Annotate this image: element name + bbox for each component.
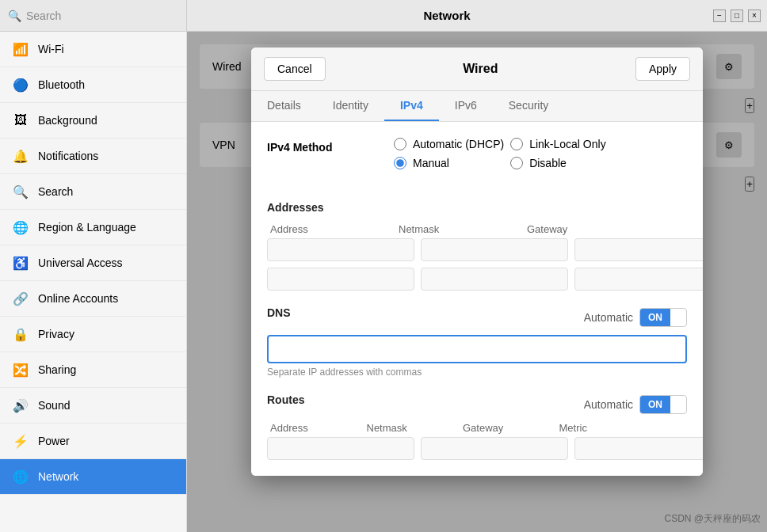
radio-label-manual: Manual bbox=[413, 157, 449, 169]
dialog-title: Wired bbox=[463, 62, 498, 76]
sidebar-item-online-accounts[interactable]: 🔗 Online Accounts bbox=[0, 281, 186, 317]
radio-option-disable[interactable]: Disable bbox=[510, 157, 620, 169]
titlebar-title: Network bbox=[187, 9, 707, 22]
sidebar-item-sharing[interactable]: 🔀 Sharing bbox=[0, 352, 186, 388]
netmask-2-input[interactable] bbox=[421, 268, 568, 291]
addr-col-address: Address bbox=[270, 223, 392, 235]
routes-toggle-container: Automatic ON bbox=[584, 395, 687, 414]
routes-toggle-on: ON bbox=[640, 396, 670, 413]
routes-col-address: Address bbox=[270, 422, 361, 434]
addr-col-netmask: Netmask bbox=[399, 223, 521, 235]
dns-toggle-on: ON bbox=[640, 309, 670, 326]
addr-col-gateway: Gateway bbox=[527, 223, 649, 235]
address-row-1: ✕ bbox=[267, 238, 687, 261]
sidebar-item-privacy[interactable]: 🔒 Privacy bbox=[0, 317, 186, 352]
tab-ipv4[interactable]: IPv4 bbox=[384, 91, 439, 121]
sound-icon: 🔊 bbox=[13, 397, 29, 413]
dns-toggle-off bbox=[670, 314, 686, 321]
routes-auto-label: Automatic bbox=[584, 398, 633, 411]
radio-automatic-dhcp[interactable] bbox=[394, 138, 406, 150]
routes-col-netmask: Netmask bbox=[367, 422, 457, 434]
routes-row-1: ✕ bbox=[267, 437, 687, 460]
sidebar-item-wifi[interactable]: 📶 Wi-Fi bbox=[0, 32, 186, 67]
wired-dialog: Cancel Wired Apply DetailsIdentityIPv4IP… bbox=[251, 48, 703, 476]
close-button[interactable]: × bbox=[748, 10, 761, 22]
routes-address-input[interactable] bbox=[267, 437, 414, 460]
sidebar-item-notifications[interactable]: 🔔 Notifications bbox=[0, 139, 186, 174]
dns-toggle-container: Automatic ON bbox=[584, 308, 687, 327]
sidebar-item-label-background: Background bbox=[38, 114, 97, 127]
sidebar-item-universal[interactable]: ♿ Universal Access bbox=[0, 245, 186, 281]
address-1-input[interactable] bbox=[267, 238, 414, 261]
sidebar-item-background[interactable]: 🖼 Background bbox=[0, 103, 186, 139]
apply-button[interactable]: Apply bbox=[635, 57, 690, 81]
address-row-2: ✕ bbox=[267, 268, 687, 291]
addresses-label: Addresses bbox=[267, 201, 687, 214]
routes-col-gateway: Gateway bbox=[463, 422, 553, 434]
sidebar-item-label-universal: Universal Access bbox=[38, 256, 123, 269]
tab-details[interactable]: Details bbox=[251, 91, 317, 121]
window-controls: − □ × bbox=[707, 10, 767, 22]
dns-input[interactable] bbox=[267, 335, 687, 363]
dialog-header: Cancel Wired Apply bbox=[251, 48, 703, 91]
dns-toggle[interactable]: ON bbox=[639, 308, 687, 327]
sharing-icon: 🔀 bbox=[13, 362, 29, 378]
radio-link-local[interactable] bbox=[510, 138, 523, 150]
search-icon: 🔍 bbox=[8, 10, 21, 22]
sidebar-item-label-power: Power bbox=[38, 435, 70, 447]
routes-toggle-off bbox=[670, 401, 686, 408]
main-layout: 📶 Wi-Fi 🔵 Bluetooth 🖼 Background 🔔 Notif… bbox=[0, 32, 767, 532]
privacy-icon: 🔒 bbox=[13, 326, 29, 342]
sidebar-item-label-search: Search bbox=[38, 185, 73, 198]
ipv4-method-label: IPv4 Method bbox=[267, 138, 394, 154]
sidebar-item-label-network: Network bbox=[38, 470, 78, 483]
routes-netmask-input[interactable] bbox=[421, 437, 568, 460]
power-icon: ⚡ bbox=[13, 433, 29, 449]
cancel-button[interactable]: Cancel bbox=[264, 57, 326, 81]
radio-option-manual[interactable]: Manual bbox=[394, 157, 504, 169]
tab-ipv6[interactable]: IPv6 bbox=[439, 91, 493, 121]
titlebar-search-area: 🔍 Search bbox=[0, 0, 187, 31]
universal-icon: ♿ bbox=[13, 255, 29, 271]
gateway-1-input[interactable] bbox=[574, 238, 703, 261]
routes-label: Routes bbox=[267, 393, 304, 406]
sidebar-item-bluetooth[interactable]: 🔵 Bluetooth bbox=[0, 67, 186, 103]
tab-security[interactable]: Security bbox=[493, 91, 565, 121]
background-icon: 🖼 bbox=[13, 112, 29, 128]
sidebar: 📶 Wi-Fi 🔵 Bluetooth 🖼 Background 🔔 Notif… bbox=[0, 32, 187, 532]
dns-header-row: DNS Automatic ON bbox=[267, 306, 687, 329]
maximize-button[interactable]: □ bbox=[731, 10, 743, 22]
radio-option-link-local[interactable]: Link-Local Only bbox=[510, 138, 620, 150]
ipv4-method-section: IPv4 Method Automatic (DHCP) Link-Local … bbox=[267, 138, 687, 185]
addresses-header: Address Netmask Gateway bbox=[267, 223, 687, 235]
gateway-2-input[interactable] bbox=[574, 268, 703, 291]
sidebar-item-search[interactable]: 🔍 Search bbox=[0, 174, 186, 210]
dns-section: DNS Automatic ON Separate IP addresses w… bbox=[267, 306, 687, 378]
radio-disable[interactable] bbox=[510, 157, 523, 169]
sidebar-item-region[interactable]: 🌐 Region & Language bbox=[0, 210, 186, 245]
routes-gateway-input[interactable] bbox=[574, 437, 703, 460]
radio-label-automatic-dhcp: Automatic (DHCP) bbox=[413, 138, 504, 150]
radio-label-link-local: Link-Local Only bbox=[529, 138, 606, 150]
titlebar-search-label: Search bbox=[26, 10, 61, 22]
dialog-tabs: DetailsIdentityIPv4IPv6Security bbox=[251, 91, 703, 122]
routes-section: Routes Automatic ON Address N bbox=[267, 393, 687, 460]
radio-group: Automatic (DHCP) Link-Local Only Manual … bbox=[394, 138, 620, 169]
sidebar-item-sound[interactable]: 🔊 Sound bbox=[0, 388, 186, 424]
routes-toggle[interactable]: ON bbox=[639, 395, 687, 414]
region-icon: 🌐 bbox=[13, 219, 29, 235]
search-icon: 🔍 bbox=[13, 184, 29, 200]
bluetooth-icon: 🔵 bbox=[13, 77, 29, 93]
sidebar-item-power[interactable]: ⚡ Power bbox=[0, 424, 186, 459]
address-2-input[interactable] bbox=[267, 268, 414, 291]
radio-option-automatic-dhcp[interactable]: Automatic (DHCP) bbox=[394, 138, 504, 150]
sidebar-item-network[interactable]: 🌐 Network bbox=[0, 459, 186, 495]
minimize-button[interactable]: − bbox=[713, 10, 726, 22]
online-accounts-icon: 🔗 bbox=[13, 291, 29, 306]
netmask-1-input[interactable] bbox=[421, 238, 568, 261]
sidebar-item-label-bluetooth: Bluetooth bbox=[38, 78, 85, 91]
radio-manual[interactable] bbox=[394, 157, 406, 169]
sidebar-item-label-wifi: Wi-Fi bbox=[38, 43, 64, 55]
tab-identity[interactable]: Identity bbox=[317, 91, 384, 121]
routes-col-metric: Metric bbox=[559, 422, 650, 434]
